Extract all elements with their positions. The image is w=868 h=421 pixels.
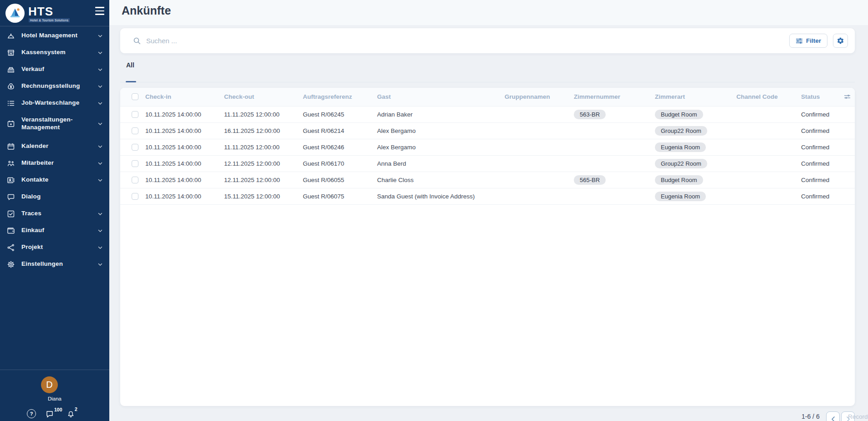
pagination-prev-button[interactable] (826, 411, 840, 421)
sidebar-item-projekt[interactable]: Projekt (0, 239, 109, 256)
sidebar-divider (0, 370, 109, 370)
cell-channel-code (736, 188, 801, 204)
cash-register-icon (6, 65, 15, 74)
sidebar-item-einkauf[interactable]: Einkauf (0, 222, 109, 239)
sidebar-item-label: Job-Warteschlange (21, 99, 97, 107)
row-checkbox[interactable] (132, 177, 138, 183)
column-settings-icon[interactable] (843, 93, 855, 100)
tab-all[interactable]: All (126, 61, 134, 75)
column-header-reference[interactable]: Auftragsreferenz (303, 88, 377, 106)
cell-check-in: 10.11.2025 14:00:00 (145, 172, 224, 188)
gear-icon (837, 37, 844, 45)
cell-check-out: 12.11.2025 12:00:00 (224, 155, 303, 172)
column-header-check-in[interactable]: Check-in (145, 88, 224, 106)
cell-guest: Charlie Closs (377, 172, 505, 188)
room-type-badge: Group22 Room (655, 126, 707, 136)
avatar[interactable]: D (41, 376, 58, 393)
column-header-guest[interactable]: Gast (377, 88, 505, 106)
sidebar-item-veranstaltungen-management[interactable]: Veranstaltungen-Management (0, 112, 109, 136)
cell-group (505, 172, 574, 188)
row-checkbox[interactable] (132, 144, 138, 151)
row-checkbox[interactable] (132, 111, 138, 118)
records-per-page-label: Record (848, 413, 868, 420)
sidebar-item-einstellungen[interactable]: Einstellungen (0, 256, 109, 273)
sidebar-item-dialog[interactable]: Dialog (0, 188, 109, 205)
cell-check-out: 11.11.2025 12:00:00 (224, 139, 303, 155)
chevron-down-icon (97, 101, 103, 106)
sidebar-item-verkauf[interactable]: Verkauf (0, 61, 109, 78)
logo-text: HTS (28, 5, 53, 17)
sidebar-item-label: Einstellungen (21, 260, 97, 268)
hamburger-menu-icon[interactable] (94, 6, 106, 16)
chevron-down-icon (97, 211, 103, 217)
cell-group (505, 139, 574, 155)
column-header-room-type[interactable]: Zimmerart (655, 88, 736, 106)
column-header-room-number[interactable]: Zimmernummer (574, 88, 655, 106)
cell-channel-code (736, 155, 801, 172)
help-icon[interactable]: ? (27, 409, 36, 418)
table-row[interactable]: 10.11.2025 14:00:00 12.11.2025 12:00:00 … (120, 155, 855, 172)
topbar (109, 0, 868, 25)
filter-button[interactable]: Filter (789, 34, 827, 48)
money-bag-icon (6, 82, 15, 91)
sidebar-item-label: Hotel Management (21, 32, 97, 40)
cell-check-out: 12.11.2025 12:00:00 (224, 172, 303, 188)
sidebar-item-rechnungsstellung[interactable]: Rechnungsstellung (0, 78, 109, 95)
table-row[interactable]: 10.11.2025 14:00:00 11.11.2025 12:00:00 … (120, 139, 855, 155)
page-title: Ankünfte (122, 4, 171, 17)
table-header-row: Check-in Check-out Auftragsreferenz Gast… (120, 88, 855, 106)
row-checkbox[interactable] (132, 127, 138, 134)
sidebar-item-traces[interactable]: Traces (0, 205, 109, 222)
cell-channel-code (736, 106, 801, 122)
arrivals-table: Check-in Check-out Auftragsreferenz Gast… (120, 88, 855, 205)
list-icon (6, 99, 15, 108)
sidebar-item-job-warteschlange[interactable]: Job-Warteschlange (0, 95, 109, 112)
sidebar-item-hotel-management[interactable]: Hotel Management (0, 27, 109, 44)
contact-card-icon (6, 176, 15, 185)
sidebar-item-kontakte[interactable]: Kontakte (0, 172, 109, 188)
chevron-left-icon (831, 416, 836, 421)
column-header-check-out[interactable]: Check-out (224, 88, 303, 106)
cell-group (505, 155, 574, 172)
pagination-range: 1-6 / 6 (802, 413, 820, 420)
notifications-bell-icon[interactable] (66, 410, 75, 421)
filter-button-label: Filter (806, 37, 821, 44)
table-row[interactable]: 10.11.2025 14:00:00 16.11.2025 12:00:00 … (120, 122, 855, 139)
search-icon (133, 37, 141, 45)
cell-channel-code (736, 122, 801, 139)
sidebar-item-label: Projekt (21, 243, 97, 251)
chevron-down-icon (97, 84, 103, 89)
settings-gear-button[interactable] (833, 34, 848, 48)
sidebar-item-mitarbeiter[interactable]: Mitarbeiter (0, 155, 109, 172)
table-row[interactable]: 10.11.2025 14:00:00 15.11.2025 12:00:00 … (120, 188, 855, 204)
sidebar-item-label: Mitarbeiter (21, 159, 97, 167)
sidebar-item-label: Kalender (21, 142, 97, 150)
table-row[interactable]: 10.11.2025 14:00:00 11.11.2025 12:00:00 … (120, 106, 855, 122)
messages-icon[interactable] (46, 411, 54, 420)
sliders-icon (796, 38, 803, 44)
cell-group (505, 188, 574, 204)
table-row[interactable]: 10.11.2025 14:00:00 12.11.2025 12:00:00 … (120, 172, 855, 188)
sidebar-item-label: Einkauf (21, 227, 97, 234)
column-header-group[interactable]: Gruppennamen (505, 88, 574, 106)
search-input[interactable] (146, 37, 789, 45)
cell-check-in: 10.11.2025 14:00:00 (145, 122, 224, 139)
cell-status: Confirmed (801, 172, 843, 188)
column-header-status[interactable]: Status (801, 88, 843, 106)
room-type-badge: Group22 Room (655, 159, 707, 168)
chevron-down-icon (97, 121, 103, 127)
column-header-channel-code[interactable]: Channel Code (736, 88, 801, 106)
chevron-down-icon (97, 67, 103, 72)
logo-row: + HTS Hotel & Tourism Solutions (0, 0, 109, 26)
sidebar-item-kalender[interactable]: Kalender (0, 138, 109, 155)
chevron-down-icon (97, 262, 103, 267)
cell-check-out: 15.11.2025 12:00:00 (224, 188, 303, 204)
select-all-checkbox[interactable] (132, 93, 138, 100)
cell-reference: Guest R/06214 (303, 122, 377, 139)
cell-reference: Guest R/06246 (303, 139, 377, 155)
room-number-badge: 563-BR (574, 110, 606, 119)
sidebar-item-kassensystem[interactable]: Kassensystem (0, 44, 109, 61)
row-checkbox[interactable] (132, 160, 138, 167)
row-checkbox[interactable] (132, 193, 138, 200)
room-type-badge: Budget Room (655, 110, 703, 119)
